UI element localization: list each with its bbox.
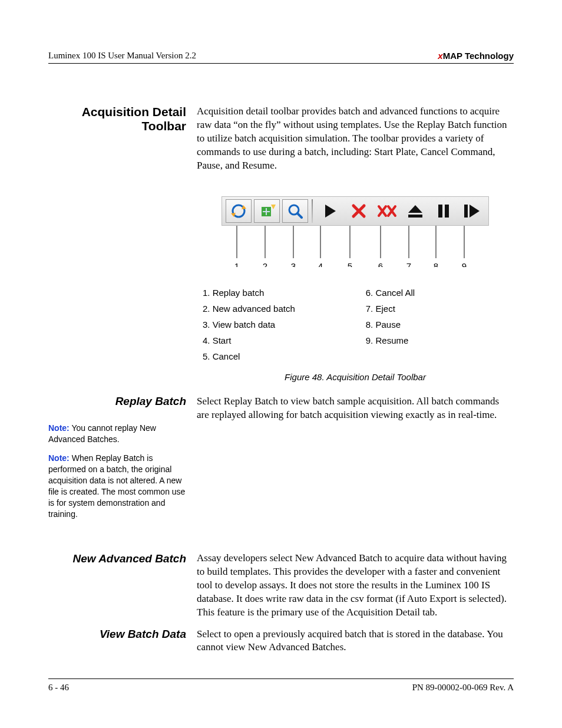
callout-8: 8 [434, 261, 438, 267]
pause-icon [437, 203, 451, 219]
legend-item: 3. View batch data [203, 319, 295, 330]
callout-9: 9 [462, 261, 467, 267]
svg-rect-20 [464, 205, 468, 218]
header-left: Luminex 100 IS User Manual Version 2.2 [48, 51, 196, 61]
cancel-icon [351, 203, 366, 219]
figure-legend: 1. Replay batch 2. New advanced batch 3.… [197, 288, 514, 361]
figure-caption: Figure 48. Acquisition Detail Toolbar [197, 372, 514, 382]
vbd-body: Select to open a previously acquired bat… [197, 628, 514, 655]
legend-item: 9. Resume [366, 335, 415, 345]
footer-left: 6 - 46 [48, 683, 69, 693]
note-label: Note: [48, 453, 70, 463]
legend-item: 5. Cancel [203, 351, 295, 361]
toolbar-cancel-button[interactable] [346, 199, 372, 223]
svg-marker-9 [325, 205, 336, 218]
acquisition-body: Acquisition detail toolbar provides batc… [197, 105, 514, 173]
resume-icon [463, 203, 481, 219]
svg-marker-21 [470, 205, 480, 218]
toolbar-new-advanced-batch-button[interactable] [254, 199, 280, 223]
toolbar-resume-button[interactable] [459, 199, 485, 223]
callout-7: 7 [406, 261, 411, 267]
svg-rect-17 [408, 215, 422, 218]
page-footer: 6 - 46 PN 89-00002-00-069 Rev. A [48, 678, 514, 693]
note-1: Note: You cannot replay New Advanced Bat… [48, 423, 186, 445]
callout-2: 2 [263, 261, 267, 267]
toolbar-cancel-all-button[interactable] [374, 199, 400, 223]
figure-toolbar: 1 2 3 4 5 6 7 8 9 1. R [197, 196, 514, 382]
toolbar-pause-button[interactable] [431, 199, 457, 223]
svg-marker-16 [408, 205, 422, 213]
nab-body: Assay developers select New Advanced Bat… [197, 552, 514, 620]
section-heading-replay: Replay Batch [48, 395, 186, 408]
replay-batch-icon [230, 202, 247, 220]
callout-3: 3 [291, 261, 296, 267]
callout-6: 6 [378, 261, 383, 267]
cancel-all-icon [377, 203, 397, 219]
footer-right: PN 89-00002-00-069 Rev. A [412, 683, 514, 693]
toolbar-view-batch-data-button[interactable] [282, 199, 308, 223]
legend-item: 7. Eject [366, 304, 415, 314]
callout-1: 1 [234, 261, 239, 267]
start-icon [323, 203, 338, 219]
callout-5: 5 [348, 261, 352, 267]
header-x: x [438, 51, 442, 61]
svg-rect-19 [445, 205, 449, 218]
section-heading-nab: New Advanced Batch [48, 552, 186, 566]
svg-rect-18 [438, 205, 442, 218]
note-body: When Replay Batch is performed on a batc… [48, 453, 185, 518]
section-heading-acquisition: Acquisition Detail Toolbar [48, 105, 186, 133]
toolbar-replay-batch-button[interactable] [226, 199, 252, 223]
view-batch-data-icon [286, 202, 304, 220]
callout-4: 4 [318, 261, 323, 267]
figure-callouts: 1 2 3 4 5 6 7 8 9 [222, 226, 489, 267]
svg-marker-6 [271, 205, 276, 209]
header-brand: MAP Technology [443, 51, 514, 61]
toolbar-divider [312, 199, 313, 223]
legend-item: 6. Cancel All [366, 288, 415, 298]
svg-line-8 [297, 213, 302, 218]
section-heading-vbd: View Batch Data [48, 628, 186, 641]
replay-body: Select Replay Batch to view batch sample… [197, 395, 514, 422]
note-label: Note: [48, 423, 70, 433]
legend-item: 8. Pause [366, 319, 415, 330]
legend-item: 4. Start [203, 335, 295, 345]
page-header: Luminex 100 IS User Manual Version 2.2 x… [48, 51, 514, 64]
toolbar-eject-button[interactable] [402, 199, 428, 223]
new-advanced-batch-icon [258, 202, 276, 220]
toolbar-start-button[interactable] [318, 199, 343, 223]
eject-icon [407, 203, 424, 219]
legend-item: 2. New advanced batch [203, 304, 295, 314]
note-2: Note: When Replay Batch is performed on … [48, 453, 186, 519]
legend-item: 1. Replay batch [203, 288, 295, 298]
acquisition-toolbar [222, 196, 489, 226]
header-right: xMAP Technology [438, 51, 514, 61]
